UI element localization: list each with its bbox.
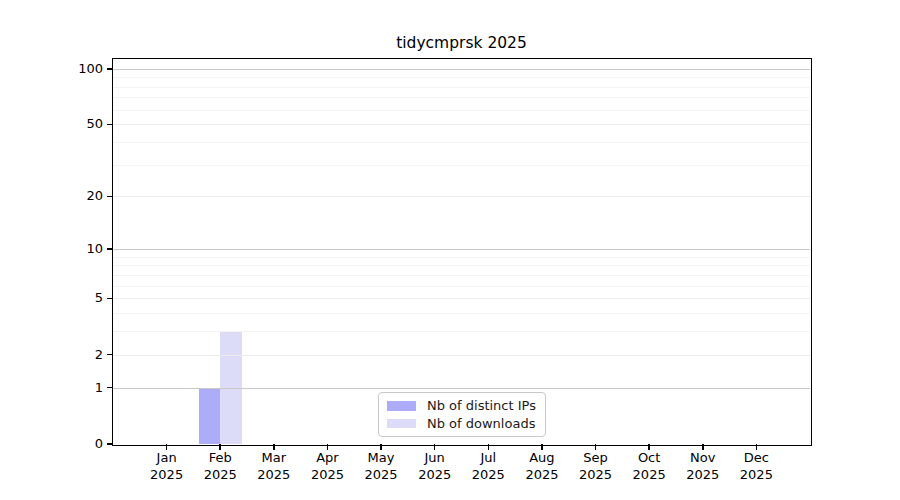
minor-gridline bbox=[113, 313, 810, 314]
x-tick-label: Dec2025 bbox=[721, 450, 791, 483]
y-tick-mark bbox=[107, 387, 113, 389]
legend-label-distinct-ips: Nb of distinct IPs bbox=[427, 398, 536, 413]
bar-distinct-ips bbox=[199, 388, 220, 444]
legend-swatch-distinct-ips bbox=[387, 401, 416, 411]
chart-figure: tidycmprsk 2025 Nb of distinct IPs Nb of… bbox=[0, 0, 900, 500]
y-tick-mark bbox=[107, 354, 113, 356]
minor-gridline bbox=[113, 142, 810, 143]
major-gridline bbox=[113, 388, 810, 389]
x-tick-mark bbox=[488, 444, 490, 450]
legend-item: Nb of downloads bbox=[387, 416, 537, 431]
x-tick-mark bbox=[434, 444, 436, 450]
x-tick-mark bbox=[702, 444, 704, 450]
x-tick-mark bbox=[756, 444, 758, 450]
y-tick-label: 10 bbox=[43, 241, 103, 257]
y-tick-label: 100 bbox=[43, 61, 103, 77]
x-tick-mark bbox=[166, 444, 168, 450]
y-tick-mark bbox=[107, 298, 113, 300]
y-tick-label: 20 bbox=[43, 188, 103, 204]
minor-gridline bbox=[113, 77, 810, 78]
y-tick-label: 0 bbox=[43, 436, 103, 452]
minor-gridline bbox=[113, 97, 810, 98]
y-tick-label: 2 bbox=[43, 347, 103, 363]
major-gridline bbox=[113, 249, 810, 250]
legend: Nb of distinct IPs Nb of downloads bbox=[378, 392, 546, 437]
y-tick-label: 5 bbox=[43, 290, 103, 306]
minor-gridline bbox=[113, 275, 810, 276]
major-gridline bbox=[113, 69, 810, 70]
x-tick-mark bbox=[219, 444, 221, 450]
y-tick-mark bbox=[107, 443, 113, 445]
plot-area bbox=[113, 59, 810, 444]
y-tick-label: 1 bbox=[43, 380, 103, 396]
chart-title: tidycmprsk 2025 bbox=[113, 34, 810, 52]
minor-gridline bbox=[113, 165, 810, 166]
minor-gridline bbox=[113, 257, 810, 258]
minor-gridline bbox=[113, 87, 810, 88]
y-tick-mark bbox=[107, 68, 113, 70]
minor-gridline bbox=[113, 265, 810, 266]
x-tick-mark bbox=[273, 444, 275, 450]
legend-swatch-downloads bbox=[387, 419, 416, 429]
major-gridline bbox=[113, 196, 810, 197]
major-gridline bbox=[113, 298, 810, 299]
x-tick-mark bbox=[380, 444, 382, 450]
x-tick-mark bbox=[648, 444, 650, 450]
minor-gridline bbox=[113, 331, 810, 332]
x-tick-mark bbox=[541, 444, 543, 450]
minor-gridline bbox=[113, 286, 810, 287]
x-tick-label-line: 2025 bbox=[721, 467, 791, 484]
y-tick-mark bbox=[107, 248, 113, 250]
x-tick-label-line: Dec bbox=[721, 450, 791, 467]
y-tick-mark bbox=[107, 196, 113, 198]
y-tick-mark bbox=[107, 124, 113, 126]
y-tick-label: 50 bbox=[43, 116, 103, 132]
major-gridline bbox=[113, 124, 810, 125]
x-tick-mark bbox=[327, 444, 329, 450]
legend-label-downloads: Nb of downloads bbox=[427, 416, 535, 431]
major-gridline bbox=[113, 355, 810, 356]
legend-item: Nb of distinct IPs bbox=[387, 398, 537, 413]
minor-gridline bbox=[113, 110, 810, 111]
x-tick-mark bbox=[595, 444, 597, 450]
